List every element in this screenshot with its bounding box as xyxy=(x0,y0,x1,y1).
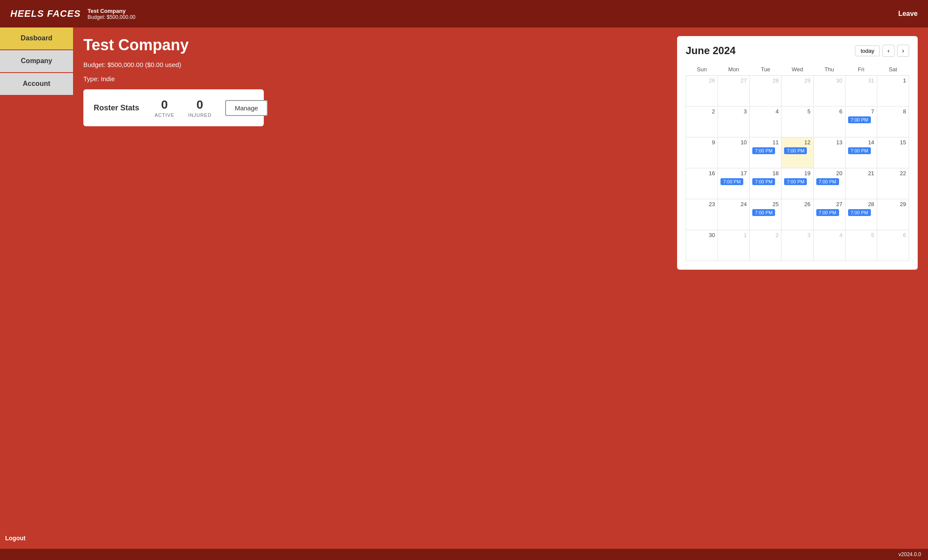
event-pill[interactable]: 7:00 PM xyxy=(752,147,775,154)
sidebar-footer: Logout xyxy=(0,527,73,549)
calendar-day-cell[interactable]: 2 xyxy=(686,107,718,137)
sidebar-item-company[interactable]: Company xyxy=(0,50,73,72)
calendar-day-cell[interactable]: 3 xyxy=(781,230,813,261)
day-number: 18 xyxy=(752,170,778,177)
calendar-day-cell[interactable]: 9 xyxy=(686,137,718,168)
calendar-day-cell[interactable]: 3 xyxy=(718,107,750,137)
injured-count: 0 xyxy=(196,98,203,112)
calendar-day-cell[interactable]: 24 xyxy=(718,199,750,230)
calendar-day-cell[interactable]: 277:00 PM xyxy=(813,199,845,230)
calendar-day-cell[interactable]: 117:00 PM xyxy=(750,137,781,168)
calendar-day-cell[interactable]: 187:00 PM xyxy=(750,168,781,199)
day-number: 28 xyxy=(848,201,874,207)
calendar-day-cell[interactable]: 16 xyxy=(686,168,718,199)
day-number: 3 xyxy=(720,108,747,115)
event-pill[interactable]: 7:00 PM xyxy=(848,147,871,154)
calendar-day-cell[interactable]: 5 xyxy=(781,107,813,137)
day-number: 22 xyxy=(880,170,906,177)
day-number: 17 xyxy=(720,170,747,177)
calendar-day-cell[interactable]: 207:00 PM xyxy=(813,168,845,199)
calendar-header: June 2024 today ‹ › xyxy=(686,45,909,57)
calendar-day-cell[interactable]: 4 xyxy=(750,107,781,137)
calendar-day-cell[interactable]: 23 xyxy=(686,199,718,230)
day-number: 8 xyxy=(880,108,906,115)
manage-button[interactable]: Manage xyxy=(225,100,267,116)
calendar-day-cell[interactable]: 13 xyxy=(813,137,845,168)
day-number: 9 xyxy=(689,139,715,146)
calendar-month-title: June 2024 xyxy=(686,45,736,57)
calendar-day-header: Thu xyxy=(813,64,845,76)
calendar-day-cell[interactable]: 257:00 PM xyxy=(750,199,781,230)
prev-month-button[interactable]: ‹ xyxy=(882,45,894,57)
calendar-day-cell[interactable]: 2 xyxy=(750,230,781,261)
calendar-day-cell[interactable]: 4 xyxy=(813,230,845,261)
calendar-day-cell[interactable]: 1 xyxy=(877,76,909,107)
calendar-day-cell[interactable]: 6 xyxy=(877,230,909,261)
calendar-day-cell[interactable]: 30 xyxy=(813,76,845,107)
day-number: 28 xyxy=(752,77,778,84)
day-number: 10 xyxy=(720,139,747,146)
calendar-day-cell[interactable]: 29 xyxy=(781,76,813,107)
active-count: 0 xyxy=(161,98,168,112)
day-number: 23 xyxy=(689,201,715,207)
calendar-day-cell[interactable]: 177:00 PM xyxy=(718,168,750,199)
calendar-day-cell[interactable]: 1 xyxy=(718,230,750,261)
calendar-day-cell[interactable]: 8 xyxy=(877,107,909,137)
event-pill[interactable]: 7:00 PM xyxy=(848,209,871,216)
calendar-day-cell[interactable]: 197:00 PM xyxy=(781,168,813,199)
event-pill[interactable]: 7:00 PM xyxy=(848,116,871,123)
calendar-day-cell[interactable]: 6 xyxy=(813,107,845,137)
calendar-day-cell[interactable]: 10 xyxy=(718,137,750,168)
event-pill[interactable]: 7:00 PM xyxy=(784,147,807,154)
event-pill[interactable]: 7:00 PM xyxy=(720,178,743,185)
header-left: HEELS FACES Test Company Budget: $500,00… xyxy=(10,8,135,20)
event-pill[interactable]: 7:00 PM xyxy=(752,209,775,216)
day-number: 26 xyxy=(784,201,810,207)
calendar-day-cell[interactable]: 287:00 PM xyxy=(845,199,877,230)
calendar-day-cell[interactable]: 147:00 PM xyxy=(845,137,877,168)
calendar-week-row: 30123456 xyxy=(686,230,909,261)
day-number: 7 xyxy=(848,108,874,115)
calendar-day-cell[interactable]: 127:00 PM xyxy=(781,137,813,168)
calendar-day-cell[interactable]: 5 xyxy=(845,230,877,261)
calendar-nav: today ‹ › xyxy=(855,45,909,57)
calendar-day-cell[interactable]: 29 xyxy=(877,199,909,230)
day-number: 5 xyxy=(848,232,874,238)
header-company-name: Test Company xyxy=(88,8,135,14)
main-layout: Dasboard Company Account Logout Test Com… xyxy=(0,27,928,549)
day-number: 13 xyxy=(816,139,843,146)
day-number: 15 xyxy=(880,139,906,146)
calendar-week-row: 2627282930311 xyxy=(686,76,909,107)
logout-button[interactable]: Logout xyxy=(5,535,25,542)
event-pill[interactable]: 7:00 PM xyxy=(816,209,839,216)
calendar-day-cell[interactable]: 21 xyxy=(845,168,877,199)
calendar-day-cell[interactable]: 31 xyxy=(845,76,877,107)
day-number: 12 xyxy=(784,139,810,146)
header-company-info: Test Company Budget: $500,000.00 xyxy=(88,8,135,20)
next-month-button[interactable]: › xyxy=(897,45,909,57)
sidebar-item-account[interactable]: Account xyxy=(0,73,73,95)
event-pill[interactable]: 7:00 PM xyxy=(816,178,839,185)
calendar-day-cell[interactable]: 15 xyxy=(877,137,909,168)
calendar-week-row: 16177:00 PM187:00 PM197:00 PM207:00 PM21… xyxy=(686,168,909,199)
calendar-day-cell[interactable]: 28 xyxy=(750,76,781,107)
calendar-day-header: Sun xyxy=(686,64,718,76)
active-label: ACTIVE xyxy=(155,113,174,118)
header: HEELS FACES Test Company Budget: $500,00… xyxy=(0,0,928,27)
calendar-grid: SunMonTueWedThuFriSat 262728293031123456… xyxy=(686,64,909,261)
calendar-day-cell[interactable]: 22 xyxy=(877,168,909,199)
event-pill[interactable]: 7:00 PM xyxy=(784,178,807,185)
leave-button[interactable]: Leave xyxy=(898,10,918,18)
company-budget: Budget: $500,000.00 ($0.00 used) xyxy=(83,61,656,68)
calendar-day-cell[interactable]: 77:00 PM xyxy=(845,107,877,137)
today-button[interactable]: today xyxy=(855,46,880,56)
calendar-day-cell[interactable]: 30 xyxy=(686,230,718,261)
day-number: 16 xyxy=(689,170,715,177)
calendar-day-cell[interactable]: 26 xyxy=(686,76,718,107)
sidebar-item-dashboard[interactable]: Dasboard xyxy=(0,27,73,49)
event-pill[interactable]: 7:00 PM xyxy=(752,178,775,185)
calendar-day-header: Sat xyxy=(877,64,909,76)
calendar-day-cell[interactable]: 26 xyxy=(781,199,813,230)
calendar-day-cell[interactable]: 27 xyxy=(718,76,750,107)
day-number: 21 xyxy=(848,170,874,177)
